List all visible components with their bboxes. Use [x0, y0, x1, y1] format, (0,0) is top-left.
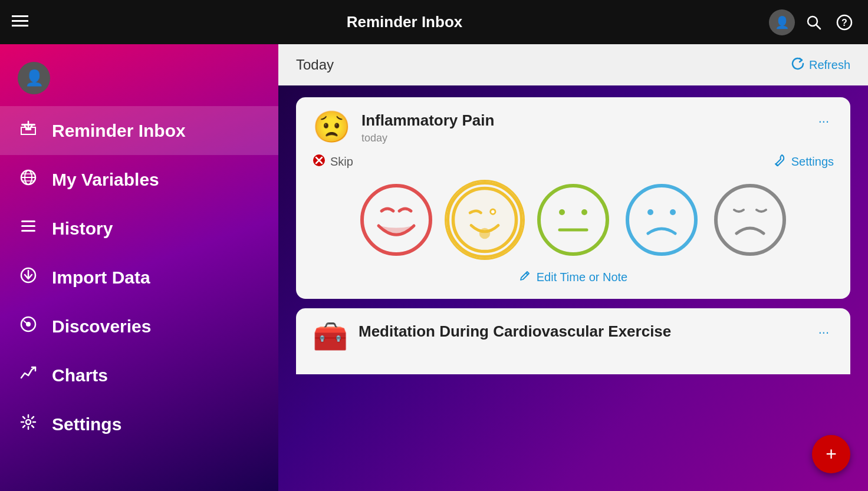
sidebar: 👤 Reminder Inbox: [0, 44, 278, 491]
card-info: Meditation During Cardiovascular Exercis…: [359, 322, 803, 343]
refresh-button[interactable]: Refresh: [791, 57, 850, 73]
svg-rect-1: [12, 20, 28, 22]
svg-rect-2: [12, 25, 28, 27]
sidebar-item-label: Reminder Inbox: [52, 121, 186, 141]
svg-line-4: [816, 25, 820, 29]
card-header: 😟 Inflammatory Pain today ···: [313, 111, 834, 144]
sidebar-user: 👤: [0, 56, 278, 106]
card-subtitle: today: [361, 132, 803, 144]
card-actions: Skip Settings: [313, 154, 834, 170]
sidebar-item-charts[interactable]: Charts: [0, 351, 278, 400]
add-icon: +: [826, 443, 837, 465]
svg-point-25: [453, 188, 516, 251]
refresh-icon: [791, 57, 804, 73]
skip-button[interactable]: Skip: [313, 154, 353, 170]
today-label: Today: [296, 57, 334, 73]
svg-rect-0: [12, 15, 28, 17]
card-more-button[interactable]: ···: [814, 111, 834, 131]
sidebar-item-label: Charts: [52, 365, 108, 385]
sidebar-item-label: History: [52, 219, 113, 239]
svg-point-29: [539, 186, 607, 254]
svg-point-28: [479, 228, 490, 239]
edit-time-note-button[interactable]: Edit Time or Note: [313, 270, 834, 285]
card-title: Meditation During Cardiovascular Exercis…: [359, 322, 803, 341]
svg-point-24: [362, 186, 430, 254]
svg-point-35: [670, 209, 676, 215]
sidebar-item-label: Import Data: [52, 268, 150, 288]
pencil-icon: [519, 270, 531, 285]
mood-faces: [313, 182, 834, 258]
add-fab-button[interactable]: +: [812, 435, 850, 473]
discoveries-icon: [18, 315, 39, 338]
content: Today Refresh 😟 Inflammatory Pain: [278, 44, 868, 491]
edit-time-note-label: Edit Time or Note: [537, 271, 628, 284]
cards-container: 😟 Inflammatory Pain today ···: [278, 85, 868, 386]
sidebar-item-label: My Variables: [52, 170, 159, 190]
card-header: 🧰 Meditation During Cardiovascular Exerc…: [313, 322, 834, 351]
help-icon[interactable]: ?: [833, 11, 856, 34]
inbox-icon: [18, 119, 39, 142]
sidebar-item-import-data[interactable]: Import Data: [0, 253, 278, 302]
card-emoji: 🧰: [313, 322, 348, 351]
reminder-card-meditation: 🧰 Meditation During Cardiovascular Exerc…: [296, 308, 850, 374]
sidebar-item-settings[interactable]: Settings: [0, 400, 278, 449]
svg-point-33: [627, 186, 696, 254]
sidebar-avatar: 👤: [18, 62, 50, 94]
skip-icon: [313, 154, 326, 170]
sidebar-item-label: Discoveries: [52, 317, 151, 337]
history-icon: [18, 217, 39, 240]
card-emoji: 😟: [313, 111, 351, 142]
reminder-card-inflammatory-pain: 😟 Inflammatory Pain today ···: [296, 97, 850, 299]
mood-face-good[interactable]: [446, 182, 523, 258]
card-info: Inflammatory Pain today: [361, 111, 803, 144]
sidebar-item-history[interactable]: History: [0, 204, 278, 253]
svg-rect-14: [21, 225, 35, 227]
sidebar-item-discoveries[interactable]: Discoveries: [0, 302, 278, 351]
charts-icon: [18, 364, 39, 387]
svg-point-19: [26, 420, 31, 424]
svg-text:?: ?: [841, 18, 847, 28]
svg-point-27: [491, 210, 495, 213]
svg-rect-15: [21, 230, 35, 232]
globe-icon: [18, 168, 39, 191]
sidebar-item-my-variables[interactable]: My Variables: [0, 155, 278, 204]
settings-icon: [18, 413, 39, 436]
wrench-icon: [774, 154, 787, 170]
refresh-label: Refresh: [809, 58, 850, 72]
svg-point-31: [581, 209, 587, 215]
settings-label: Settings: [791, 155, 834, 169]
header-avatar[interactable]: 👤: [769, 9, 795, 35]
card-title: Inflammatory Pain: [361, 111, 803, 130]
svg-point-30: [559, 209, 565, 215]
search-icon[interactable]: [802, 11, 826, 34]
svg-rect-13: [21, 220, 35, 222]
card-settings-button[interactable]: Settings: [774, 154, 834, 170]
sidebar-item-label: Settings: [52, 414, 121, 434]
main-body: 👤 Reminder Inbox: [0, 44, 868, 491]
mood-face-bad[interactable]: [623, 182, 700, 258]
sidebar-nav: Reminder Inbox My Variables: [0, 106, 278, 449]
sidebar-item-reminder-inbox[interactable]: Reminder Inbox: [0, 106, 278, 155]
menu-icon[interactable]: [12, 15, 28, 29]
svg-point-34: [647, 209, 653, 215]
mood-face-great[interactable]: [358, 182, 435, 258]
skip-label: Skip: [330, 155, 353, 169]
header: Reminder Inbox 👤 ?: [0, 0, 868, 44]
mood-face-terrible[interactable]: [712, 182, 788, 258]
mood-face-okay[interactable]: [535, 182, 611, 258]
import-icon: [18, 266, 39, 289]
today-bar: Today Refresh: [278, 44, 868, 85]
card-more-button[interactable]: ···: [814, 322, 834, 342]
svg-point-36: [716, 186, 784, 254]
svg-line-37: [526, 273, 528, 275]
header-right: 👤 ?: [769, 9, 856, 35]
header-title: Reminder Inbox: [40, 13, 769, 31]
